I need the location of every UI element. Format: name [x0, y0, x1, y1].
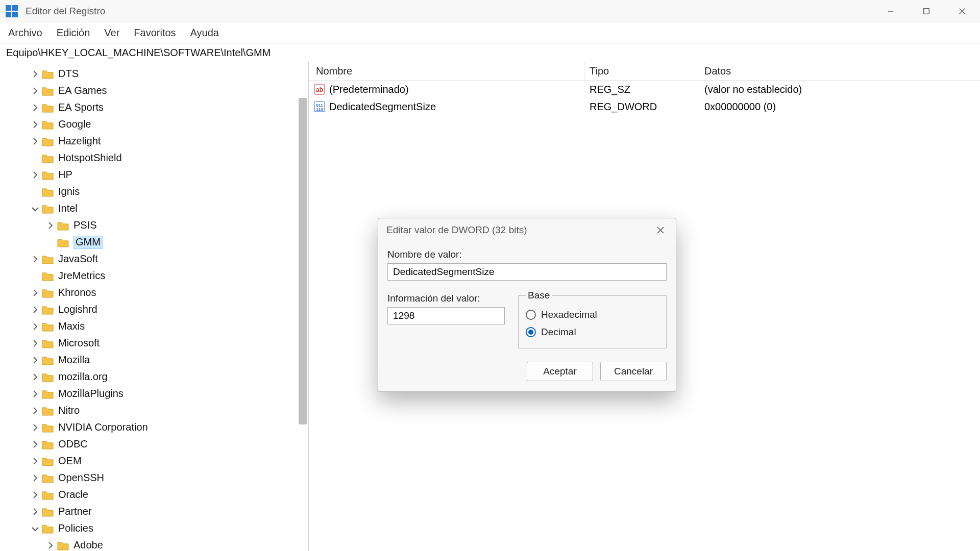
chevron-right-icon[interactable]	[31, 255, 40, 264]
tree-item[interactable]: HP	[0, 166, 308, 183]
menu-ver[interactable]: Ver	[104, 27, 119, 39]
tree-item[interactable]: JavaSoft	[0, 251, 308, 267]
tree-item-label: Hazelight	[58, 135, 101, 147]
chevron-right-icon[interactable]	[31, 305, 40, 314]
tree-item-label: HotspotShield	[58, 152, 122, 164]
chevron-right-icon[interactable]	[31, 69, 40, 79]
menu-favoritos[interactable]: Favoritos	[134, 27, 176, 39]
folder-icon	[57, 237, 69, 248]
scrollbar-thumb[interactable]	[299, 98, 307, 424]
tree-item[interactable]: mozilla.org	[0, 368, 308, 385]
dialog-titlebar[interactable]: Editar valor de DWORD (32 bits)	[378, 218, 676, 242]
tree-item-label: Google	[58, 118, 91, 130]
tree-item[interactable]: Policies	[0, 520, 308, 537]
folder-icon	[42, 136, 54, 147]
tree-item[interactable]: EA Games	[0, 82, 308, 99]
chevron-right-icon[interactable]	[31, 490, 40, 499]
folder-icon	[57, 540, 69, 551]
tree-item-label: Khronos	[58, 287, 96, 298]
tree-item[interactable]: Hazelight	[0, 133, 308, 149]
tree-item[interactable]: JreMetrics	[0, 267, 308, 284]
tree-item[interactable]: Intel	[0, 200, 308, 217]
chevron-right-icon[interactable]	[31, 170, 40, 180]
value-row[interactable]: (Predeterminado)REG_SZ(valor no establec…	[309, 81, 980, 98]
value-row[interactable]: DedicatedSegmentSizeREG_DWORD0x00000000 …	[309, 98, 980, 115]
column-header-datos[interactable]: Datos	[699, 62, 980, 80]
tree-item[interactable]: HotspotShield	[0, 149, 308, 166]
chevron-right-icon[interactable]	[31, 103, 40, 112]
tree-item[interactable]: Microsoft	[0, 335, 308, 352]
tree-item-label: HP	[58, 169, 72, 181]
tree-item-label: Maxis	[58, 320, 85, 332]
tree-item[interactable]: PSIS	[0, 217, 308, 234]
registry-tree[interactable]: DTSEA GamesEA SportsGoogleHazelightHotsp…	[0, 62, 309, 551]
menu-ayuda[interactable]: Ayuda	[190, 27, 219, 39]
value-name: (Predeterminado)	[329, 84, 409, 95]
chevron-right-icon[interactable]	[31, 120, 40, 129]
tree-item[interactable]: Partner	[0, 503, 308, 520]
chevron-right-icon[interactable]	[31, 86, 40, 95]
close-button[interactable]	[944, 0, 980, 22]
tree-item[interactable]: OpenSSH	[0, 469, 308, 486]
ok-button[interactable]: Aceptar	[527, 362, 593, 381]
tree-item[interactable]: Maxis	[0, 318, 308, 335]
chevron-right-icon[interactable]	[31, 507, 40, 516]
tree-item[interactable]: NVIDIA Corporation	[0, 419, 308, 436]
chevron-right-icon[interactable]	[31, 372, 40, 382]
value-data-input[interactable]	[387, 307, 505, 324]
tree-scrollbar[interactable]	[299, 67, 307, 546]
tree-item-label: Mozilla	[58, 354, 90, 366]
tree-item[interactable]: Adobe	[0, 537, 308, 551]
chevron-down-icon[interactable]	[31, 204, 40, 213]
reg-string-icon	[314, 84, 325, 95]
tree-item[interactable]: Oracle	[0, 486, 308, 503]
tree-item[interactable]: Logishrd	[0, 301, 308, 318]
chevron-right-icon[interactable]	[31, 440, 40, 449]
chevron-right-icon[interactable]	[31, 137, 40, 146]
tree-item-label: Logishrd	[58, 304, 97, 315]
tree-item[interactable]: Google	[0, 116, 308, 133]
address-bar[interactable]: Equipo\HKEY_LOCAL_MACHINE\SOFTWARE\Intel…	[0, 43, 980, 62]
tree-item[interactable]: Ignis	[0, 183, 308, 200]
chevron-right-icon[interactable]	[46, 541, 55, 550]
tree-item-label: EA Sports	[58, 102, 104, 113]
chevron-right-icon[interactable]	[31, 288, 40, 297]
radio-hexadecimal[interactable]: Hexadecimal	[526, 306, 659, 323]
tree-item[interactable]: MozillaPlugins	[0, 385, 308, 402]
folder-icon	[42, 371, 54, 383]
chevron-right-icon[interactable]	[31, 423, 40, 432]
radio-hex-label: Hexadecimal	[541, 309, 597, 320]
chevron-right-icon[interactable]	[31, 473, 40, 483]
dialog-close-button[interactable]	[650, 221, 671, 239]
menu-archivo[interactable]: Archivo	[8, 27, 42, 39]
column-header-tipo[interactable]: Tipo	[584, 62, 699, 80]
chevron-right-icon[interactable]	[31, 322, 40, 331]
tree-item[interactable]: OEM	[0, 453, 308, 469]
chevron-right-icon[interactable]	[31, 356, 40, 365]
window-title: Editor del Registro	[26, 6, 873, 17]
chevron-down-icon[interactable]	[31, 524, 40, 533]
tree-item[interactable]: EA Sports	[0, 99, 308, 116]
tree-item-label: Oracle	[58, 489, 88, 500]
minimize-button[interactable]	[873, 0, 909, 22]
cancel-button[interactable]: Cancelar	[600, 362, 667, 381]
menu-edicion[interactable]: Edición	[57, 27, 90, 39]
column-header-nombre[interactable]: Nombre	[309, 62, 584, 80]
chevron-right-icon[interactable]	[31, 339, 40, 348]
maximize-button[interactable]	[909, 0, 944, 22]
radio-decimal[interactable]: Decimal	[526, 323, 659, 341]
folder-icon	[42, 102, 54, 113]
tree-item[interactable]: Khronos	[0, 284, 308, 301]
value-name-input[interactable]	[387, 263, 667, 281]
chevron-right-icon[interactable]	[31, 457, 40, 466]
tree-item[interactable]: GMM	[0, 234, 308, 251]
chevron-right-icon[interactable]	[46, 221, 55, 230]
tree-item[interactable]: Nitro	[0, 402, 308, 419]
chevron-right-icon[interactable]	[31, 406, 40, 415]
tree-item[interactable]: ODBC	[0, 436, 308, 453]
chevron-right-icon[interactable]	[31, 389, 40, 398]
tree-item-label: Partner	[58, 506, 92, 517]
tree-item[interactable]: DTS	[0, 65, 308, 82]
tree-item-label: JreMetrics	[58, 270, 105, 282]
tree-item[interactable]: Mozilla	[0, 352, 308, 368]
